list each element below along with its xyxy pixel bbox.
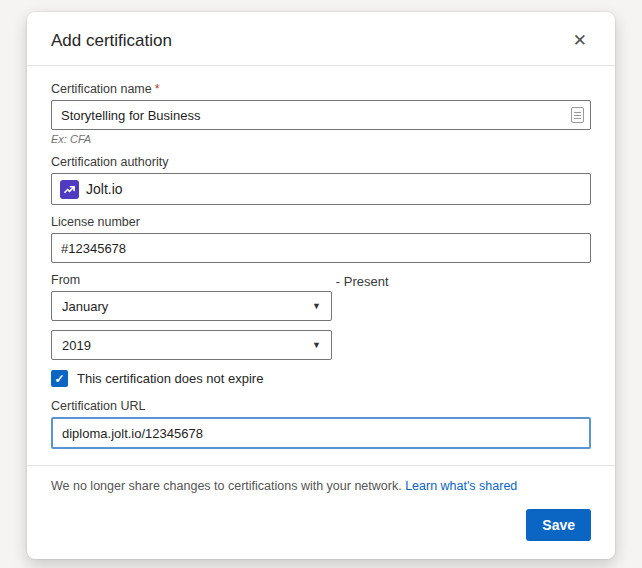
required-asterisk: * [155,82,160,96]
license-number-input[interactable] [51,233,591,263]
no-expire-label: This certification does not expire [77,371,263,386]
present-label: - Present [332,273,389,291]
certification-name-input-wrap [51,100,591,130]
certification-authority-label: Certification authority [51,155,591,169]
month-dropdown[interactable]: January ▼ [51,291,332,321]
from-label-row: From - Present [51,273,591,291]
modal-actions: Save [27,503,615,559]
autofill-icon [571,107,584,123]
disclaimer-text: We no longer share changes to certificat… [51,479,405,493]
close-button[interactable]: ✕ [569,28,591,53]
no-expire-checkbox-row[interactable]: ✓ This certification does not expire [51,370,591,387]
close-icon: ✕ [573,31,587,50]
save-button[interactable]: Save [526,509,591,541]
certification-url-label: Certification URL [51,399,591,413]
checked-checkbox[interactable]: ✓ [51,370,68,387]
license-number-label: License number [51,215,591,229]
modal-title: Add certification [51,31,172,51]
chevron-down-icon: ▼ [312,340,321,350]
from-label: From [51,273,332,287]
certification-name-label: Certification name* [51,82,591,96]
chevron-down-icon: ▼ [312,301,321,311]
certification-authority-field: Certification authority Jolt.io [51,155,591,205]
year-dropdown-value: 2019 [62,338,91,353]
certification-url-field: Certification URL [51,399,591,449]
date-dropdowns: January ▼ 2019 ▼ [51,291,332,360]
certification-url-input[interactable] [51,417,591,449]
modal-header: Add certification ✕ [27,12,615,66]
modal-body: Certification name* Ex: CFA Certificatio… [27,66,615,449]
certification-name-input[interactable] [51,100,591,130]
jolt-logo-icon [60,180,79,199]
month-dropdown-value: January [62,299,108,314]
date-range-field: From - Present January ▼ 2019 ▼ [51,273,591,360]
year-dropdown[interactable]: 2019 ▼ [51,330,332,360]
add-certification-modal: Add certification ✕ Certification name* … [27,12,615,559]
share-disclaimer: We no longer share changes to certificat… [27,465,615,503]
certification-authority-value: Jolt.io [86,181,123,197]
license-number-field: License number [51,215,591,263]
certification-authority-input[interactable]: Jolt.io [51,173,591,205]
page-background: { "modal": { "title": "Add certification… [0,0,642,568]
certification-name-field: Certification name* Ex: CFA [51,82,591,145]
check-icon: ✓ [54,372,64,386]
certification-name-helper: Ex: CFA [51,133,591,145]
learn-whats-shared-link[interactable]: Learn what's shared [405,479,517,493]
